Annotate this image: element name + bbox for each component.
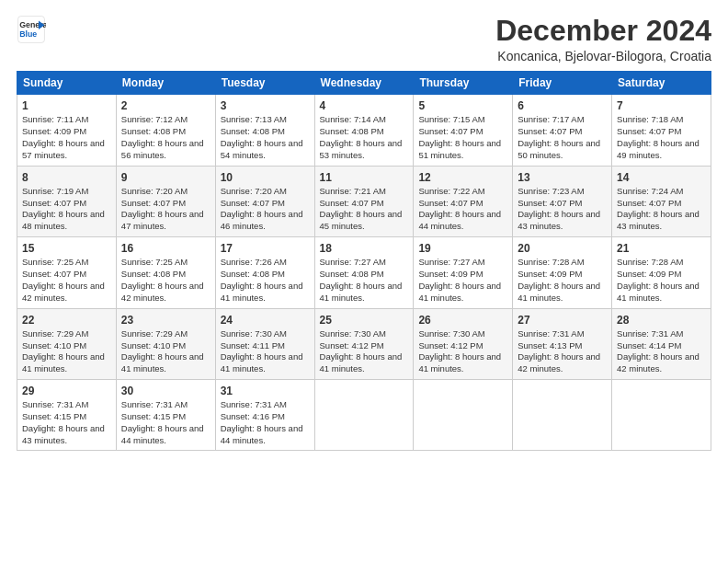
sunrise-label: Sunrise: 7:23 AM <box>518 186 584 196</box>
daylight-label: Daylight: 8 hours and 44 minutes. <box>121 423 204 445</box>
sunset-label: Sunset: 4:07 PM <box>22 198 86 208</box>
sunrise-label: Sunrise: 7:24 AM <box>617 186 683 196</box>
sunrise-label: Sunrise: 7:30 AM <box>221 328 287 339</box>
daylight-label: Daylight: 8 hours and 41 minutes. <box>320 281 403 303</box>
day-number: 20 <box>518 241 607 256</box>
calendar-cell: 30Sunrise: 7:31 AMSunset: 4:15 PMDayligh… <box>116 379 215 450</box>
calendar-cell: 14Sunrise: 7:24 AMSunset: 4:07 PMDayligh… <box>612 166 711 236</box>
logo: General Blue <box>17 15 46 44</box>
day-number: 26 <box>418 313 507 327</box>
header-row: SundayMondayTuesdayWednesdayThursdayFrid… <box>17 72 711 95</box>
col-header-saturday: Saturday <box>612 72 711 95</box>
day-number: 17 <box>221 241 310 256</box>
sunset-label: Sunset: 4:11 PM <box>221 340 285 350</box>
daylight-label: Daylight: 8 hours and 43 minutes. <box>22 423 105 445</box>
sunrise-label: Sunrise: 7:14 AM <box>320 114 386 124</box>
sunrise-label: Sunrise: 7:20 AM <box>121 186 188 196</box>
day-number: 31 <box>221 384 310 398</box>
sunset-label: Sunset: 4:08 PM <box>121 126 186 136</box>
day-number: 30 <box>121 384 210 398</box>
daylight-label: Daylight: 8 hours and 41 minutes. <box>221 351 303 373</box>
sunrise-label: Sunrise: 7:31 AM <box>617 328 683 339</box>
daylight-label: Daylight: 8 hours and 51 minutes. <box>418 138 501 160</box>
daylight-label: Daylight: 8 hours and 47 minutes. <box>121 209 204 231</box>
sunrise-label: Sunrise: 7:28 AM <box>518 257 584 267</box>
page: General Blue December 2024 Koncanica, Bj… <box>0 0 728 563</box>
sunset-label: Sunset: 4:16 PM <box>221 411 285 421</box>
day-number: 6 <box>518 98 607 113</box>
col-header-thursday: Thursday <box>414 72 513 95</box>
sunset-label: Sunset: 4:08 PM <box>320 269 384 279</box>
sunset-label: Sunset: 4:07 PM <box>121 198 186 208</box>
sunset-label: Sunset: 4:07 PM <box>518 198 582 208</box>
calendar-cell: 11Sunrise: 7:21 AMSunset: 4:07 PMDayligh… <box>314 166 414 236</box>
sunset-label: Sunset: 4:08 PM <box>320 126 384 136</box>
sunrise-label: Sunrise: 7:27 AM <box>418 257 484 267</box>
sunrise-label: Sunrise: 7:29 AM <box>121 328 188 339</box>
sunset-label: Sunset: 4:07 PM <box>22 269 86 279</box>
calendar-cell: 9Sunrise: 7:20 AMSunset: 4:07 PMDaylight… <box>116 166 215 236</box>
daylight-label: Daylight: 8 hours and 43 minutes. <box>518 209 600 231</box>
day-number: 27 <box>518 313 607 327</box>
day-number: 28 <box>617 313 706 327</box>
sunset-label: Sunset: 4:10 PM <box>121 340 186 350</box>
day-number: 12 <box>418 170 507 185</box>
calendar-cell: 31Sunrise: 7:31 AMSunset: 4:16 PMDayligh… <box>215 379 314 450</box>
day-number: 29 <box>22 384 111 398</box>
day-number: 11 <box>320 170 409 185</box>
day-number: 3 <box>221 98 310 113</box>
sunset-label: Sunset: 4:08 PM <box>121 269 186 279</box>
calendar-cell: 4Sunrise: 7:14 AMSunset: 4:08 PMDaylight… <box>314 95 414 166</box>
calendar-cell <box>314 379 414 450</box>
day-number: 5 <box>418 98 507 113</box>
calendar-cell: 24Sunrise: 7:30 AMSunset: 4:11 PMDayligh… <box>215 308 314 379</box>
sunrise-label: Sunrise: 7:25 AM <box>22 257 88 267</box>
sunrise-label: Sunrise: 7:17 AM <box>518 114 584 124</box>
daylight-label: Daylight: 8 hours and 56 minutes. <box>121 138 204 160</box>
sunrise-label: Sunrise: 7:31 AM <box>22 399 88 409</box>
sunset-label: Sunset: 4:07 PM <box>221 198 285 208</box>
daylight-label: Daylight: 8 hours and 41 minutes. <box>221 281 303 303</box>
day-number: 13 <box>518 170 607 185</box>
calendar-table: SundayMondayTuesdayWednesdayThursdayFrid… <box>17 71 711 451</box>
day-number: 8 <box>22 170 111 185</box>
svg-text:Blue: Blue <box>19 29 37 39</box>
sunset-label: Sunset: 4:09 PM <box>418 269 483 279</box>
sunrise-label: Sunrise: 7:31 AM <box>221 399 287 409</box>
day-number: 22 <box>22 313 111 327</box>
day-number: 7 <box>617 98 706 113</box>
calendar-cell: 22Sunrise: 7:29 AMSunset: 4:10 PMDayligh… <box>17 308 117 379</box>
sunrise-label: Sunrise: 7:19 AM <box>22 186 88 196</box>
sunrise-label: Sunrise: 7:28 AM <box>617 257 683 267</box>
calendar-cell: 29Sunrise: 7:31 AMSunset: 4:15 PMDayligh… <box>17 379 117 450</box>
sunset-label: Sunset: 4:07 PM <box>518 126 582 136</box>
day-number: 19 <box>418 241 507 256</box>
day-number: 24 <box>221 313 310 327</box>
sunrise-label: Sunrise: 7:15 AM <box>418 114 484 124</box>
day-number: 21 <box>617 241 706 256</box>
day-number: 1 <box>22 98 111 113</box>
sunrise-label: Sunrise: 7:12 AM <box>121 114 188 124</box>
calendar-cell: 5Sunrise: 7:15 AMSunset: 4:07 PMDaylight… <box>414 95 513 166</box>
daylight-label: Daylight: 8 hours and 43 minutes. <box>617 209 700 231</box>
day-number: 14 <box>617 170 706 185</box>
sunrise-label: Sunrise: 7:27 AM <box>320 257 386 267</box>
calendar-cell: 17Sunrise: 7:26 AMSunset: 4:08 PMDayligh… <box>215 237 314 308</box>
sunset-label: Sunset: 4:07 PM <box>418 126 483 136</box>
logo-icon: General Blue <box>17 15 46 44</box>
sunset-label: Sunset: 4:09 PM <box>518 269 582 279</box>
daylight-label: Daylight: 8 hours and 49 minutes. <box>617 138 700 160</box>
day-number: 4 <box>320 98 409 113</box>
calendar-cell: 27Sunrise: 7:31 AMSunset: 4:13 PMDayligh… <box>513 308 612 379</box>
sunrise-label: Sunrise: 7:11 AM <box>22 114 88 124</box>
sunrise-label: Sunrise: 7:20 AM <box>221 186 287 196</box>
daylight-label: Daylight: 8 hours and 50 minutes. <box>518 138 600 160</box>
daylight-label: Daylight: 8 hours and 41 minutes. <box>121 351 204 373</box>
calendar-cell: 18Sunrise: 7:27 AMSunset: 4:08 PMDayligh… <box>314 237 414 308</box>
col-header-monday: Monday <box>116 72 215 95</box>
day-number: 10 <box>221 170 310 185</box>
calendar-cell: 1Sunrise: 7:11 AMSunset: 4:09 PMDaylight… <box>17 95 117 166</box>
sunrise-label: Sunrise: 7:31 AM <box>121 399 188 409</box>
calendar-cell: 3Sunrise: 7:13 AMSunset: 4:08 PMDaylight… <box>215 95 314 166</box>
sunrise-label: Sunrise: 7:21 AM <box>320 186 386 196</box>
